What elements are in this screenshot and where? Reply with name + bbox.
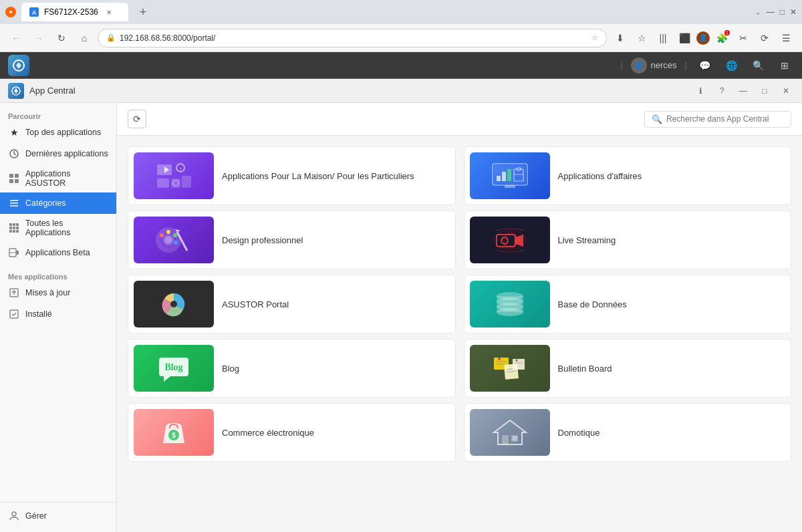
category-card-domotique[interactable]: Domotique <box>464 403 792 462</box>
category-card-design[interactable]: Design professionnel <box>128 211 456 269</box>
new-tab-button[interactable]: + <box>134 3 152 21</box>
category-icon-blog: Blog <box>134 345 214 392</box>
app-maximize-button[interactable]: □ <box>757 83 773 99</box>
topbar-search-icon[interactable]: 🔍 <box>749 56 767 75</box>
browser-tab[interactable]: A FS6712X-2536 ✕ <box>21 3 128 21</box>
app-content: Parcourir ★ Top des applications Dernièr… <box>0 103 802 532</box>
globe-icon[interactable]: 🌐 <box>722 56 741 75</box>
category-label-business: Applications d'affaires <box>558 171 642 181</box>
sidebar-item-asustor-apps[interactable]: Applications ASUSTOR <box>0 164 116 192</box>
sidebar-item-categories[interactable]: Catégories <box>0 192 116 214</box>
menu-icon[interactable]: ☰ <box>777 29 795 47</box>
sidebar-item-manage[interactable]: Gérer <box>0 505 116 527</box>
svg-rect-33 <box>171 178 180 188</box>
svg-point-39 <box>160 233 164 237</box>
history-icon[interactable]: ||| <box>654 29 672 47</box>
updates-icon <box>8 287 20 299</box>
category-icon-home: ♪ <box>134 152 214 199</box>
category-card-commerce[interactable]: $ Commerce électronique <box>128 403 456 462</box>
category-label-domotique: Domotique <box>558 428 600 438</box>
asustor-apps-icon <box>8 172 20 184</box>
category-card-portal[interactable]: ASUSTOR Portal <box>128 275 456 334</box>
user-menu[interactable]: 👤 nerces <box>631 57 677 74</box>
search-box[interactable]: 🔍 <box>644 111 791 128</box>
sidebar-item-installed[interactable]: Installé <box>0 303 116 325</box>
puzzle-icon[interactable]: ✂ <box>734 29 753 47</box>
category-card-streaming[interactable]: Live Streaming <box>464 211 792 269</box>
svg-point-38 <box>164 236 172 244</box>
svg-point-46 <box>170 301 177 307</box>
grid-icon[interactable]: ⊞ <box>775 56 794 75</box>
sidebar-item-top-apps[interactable]: ★ Top des applications <box>0 122 116 143</box>
category-icon-portal <box>134 281 214 327</box>
svg-rect-24 <box>16 251 19 255</box>
category-label-design: Design professionnel <box>222 235 303 245</box>
categories-column-right: Applications d'affaires <box>464 146 792 462</box>
sidebar-label-categories: Catégories <box>25 198 65 208</box>
app-window-controls: ℹ ? — □ ✕ <box>692 83 794 99</box>
category-label-database: Base de Données <box>558 299 627 309</box>
category-icon-commerce: $ <box>134 409 214 456</box>
account-icon[interactable]: 👤 <box>696 31 710 45</box>
sidebar-item-updates[interactable]: Mises à jour <box>0 282 116 303</box>
sidebar-item-beta-apps[interactable]: Applications Beta <box>0 242 116 263</box>
sidebar-item-all-apps[interactable]: Toutes les Applications <box>0 214 116 242</box>
svg-rect-15 <box>16 223 19 226</box>
extensions-icon[interactable]: ⬛ <box>675 29 694 47</box>
svg-rect-32 <box>157 178 169 188</box>
category-label-blog: Blog <box>222 364 239 374</box>
svg-rect-13 <box>9 223 12 226</box>
category-card-blog[interactable]: Blog Blog <box>128 339 456 398</box>
back-button[interactable]: ← <box>7 29 25 47</box>
app-info-button[interactable]: ℹ <box>692 83 708 99</box>
category-card-bulletin[interactable]: Bulletin Board <box>464 339 792 398</box>
app-titlebar: App Central ℹ ? — □ ✕ <box>0 79 802 103</box>
sidebar-label-asustor: Applications ASUSTOR <box>25 169 108 188</box>
sync-icon[interactable]: ⟳ <box>755 29 774 47</box>
categories-container: ♪ Applications Pour La Maison/ Pour les … <box>117 136 802 473</box>
svg-marker-48 <box>164 376 170 382</box>
app-minimize-button[interactable]: — <box>735 83 751 99</box>
sidebar-label-beta: Applications Beta <box>25 248 90 257</box>
category-icon-domotique <box>470 409 550 456</box>
svg-point-27 <box>12 512 16 516</box>
category-card-home-apps[interactable]: ♪ Applications Pour La Maison/ Pour les … <box>128 146 456 205</box>
svg-rect-19 <box>9 230 12 233</box>
sidebar: Parcourir ★ Top des applications Dernièr… <box>0 103 117 532</box>
pocket-icon[interactable]: ☆ <box>632 29 651 47</box>
svg-point-40 <box>166 230 170 234</box>
search-input[interactable] <box>666 114 784 124</box>
app-help-button[interactable]: ? <box>714 83 730 99</box>
category-card-business[interactable]: Applications d'affaires <box>464 146 792 205</box>
home-button[interactable]: ⌂ <box>75 29 94 47</box>
svg-point-76 <box>498 358 501 360</box>
addon-icon[interactable]: 🧩1 <box>712 29 731 47</box>
svg-rect-17 <box>13 227 15 229</box>
app-close-button[interactable]: ✕ <box>778 83 794 99</box>
svg-text:♪: ♪ <box>179 166 182 172</box>
sidebar-item-recent-apps[interactable]: Dernières applications <box>0 143 116 164</box>
app-title: App Central <box>29 86 692 96</box>
download-icon[interactable]: ⬇ <box>611 29 630 47</box>
address-bar[interactable]: 🔒 192.168.68.56:8000/portal/ ☆ <box>98 29 607 47</box>
browser-toolbar-icons: ⬇ ☆ ||| ⬛ 👤 🧩1 ✂ ⟳ ☰ <box>611 29 795 47</box>
tab-close-button[interactable]: ✕ <box>104 7 114 17</box>
url-text: 192.168.68.56:8000/portal/ <box>120 33 587 43</box>
svg-rect-9 <box>15 179 19 183</box>
username-label: nerces <box>651 60 677 70</box>
browse-section-label: Parcourir <box>0 108 116 122</box>
category-label-home-apps: Applications Pour La Maison/ Pour les Pa… <box>222 171 414 181</box>
browser-window: A FS6712X-2536 ✕ + ⌄ — □ ✕ ← → ↻ ⌂ 🔒 192… <box>0 0 802 532</box>
category-card-database[interactable]: Base de Données <box>464 275 792 334</box>
reload-button[interactable]: ↻ <box>52 29 71 47</box>
forward-button[interactable]: → <box>29 29 48 47</box>
sidebar-label-recent: Dernières applications <box>25 149 108 158</box>
svg-rect-21 <box>16 230 19 233</box>
svg-text:A: A <box>32 9 37 16</box>
asustor-topbar: | 👤 nerces | 💬 🌐 🔍 ⊞ <box>0 52 802 79</box>
messages-icon[interactable]: 💬 <box>695 56 714 75</box>
browser-toolbar: ← → ↻ ⌂ 🔒 192.168.68.56:8000/portal/ ☆ ⬇… <box>0 24 802 52</box>
refresh-button[interactable]: ⟳ <box>128 110 146 128</box>
category-label-portal: ASUSTOR Portal <box>222 299 289 309</box>
svg-rect-84 <box>502 435 509 444</box>
